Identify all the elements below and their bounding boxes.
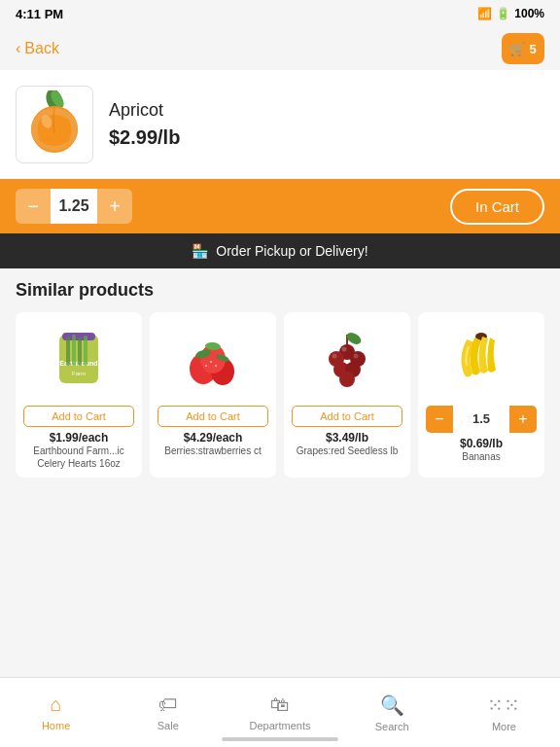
increment-button[interactable]: + <box>97 189 132 224</box>
product-name: Apricot <box>109 100 544 121</box>
product-info: Apricot $2.99/lb <box>109 100 544 149</box>
celery-image: Earthbound Farm <box>45 325 113 393</box>
svg-point-29 <box>342 347 347 352</box>
departments-icon: 🛍 <box>270 694 290 716</box>
delivery-icon: 🏪 <box>192 243 208 259</box>
more-icon: ⁙⁙ <box>487 694 520 717</box>
item-name-4: Bananas <box>462 450 500 463</box>
svg-rect-11 <box>78 337 82 366</box>
sale-icon: 🏷 <box>158 694 178 716</box>
delivery-banner: 🏪 Order Pickup or Delivery! <box>0 233 560 268</box>
cart-icon: 🛒 <box>509 42 525 56</box>
add-to-cart-button-3[interactable]: Add to Cart <box>292 406 402 427</box>
product-thumb-4 <box>442 320 520 398</box>
nav-bar: ‹ Back 🛒 5 <box>0 27 560 70</box>
item-name-1: Earthbound Farm...ic Celery Hearts 16oz <box>23 445 134 470</box>
status-right: 📶 🔋 100% <box>477 7 544 20</box>
status-time: 4:11 PM <box>16 7 63 21</box>
product-thumb-2 <box>174 320 252 398</box>
back-button[interactable]: ‹ Back <box>16 40 59 57</box>
product-price: $2.99/lb <box>109 126 544 149</box>
svg-point-16 <box>205 365 207 367</box>
tab-search[interactable]: 🔍 Search <box>336 678 448 747</box>
cart-button[interactable]: 🛒 5 <box>502 33 544 64</box>
back-label: Back <box>24 40 59 57</box>
product-thumb-3 <box>308 320 386 398</box>
svg-point-31 <box>354 354 359 359</box>
item-name-2: Berries:strawberries ct <box>164 445 261 457</box>
svg-point-30 <box>332 354 337 359</box>
wifi-icon: 📶 <box>477 7 492 20</box>
cart-count: 5 <box>529 42 536 56</box>
in-cart-button[interactable]: In Cart <box>450 189 544 225</box>
qty-controls: − 1.25 + <box>16 189 132 224</box>
quantity-bar: − 1.25 + In Cart <box>0 179 560 233</box>
item-price-4: $0.69/lb <box>460 437 503 450</box>
item-price-1: $1.99/each <box>50 431 109 445</box>
list-item: Add to Cart $4.29/each Berries:strawberr… <box>150 312 276 478</box>
tab-more[interactable]: ⁙⁙ More <box>448 678 560 747</box>
grapes-image <box>313 325 381 393</box>
decrement-button[interactable]: − <box>16 189 51 224</box>
add-to-cart-button-2[interactable]: Add to Cart <box>158 406 268 427</box>
quantity-display: 1.25 <box>51 189 97 224</box>
item-name-3: Grapes:red Seedless lb <box>297 445 399 457</box>
tab-search-label: Search <box>375 721 409 732</box>
status-bar: 4:11 PM 📶 🔋 100% <box>0 0 560 27</box>
apricot-image <box>20 90 88 159</box>
product-thumb-1: Earthbound Farm <box>40 320 118 398</box>
svg-rect-10 <box>72 335 76 366</box>
svg-rect-9 <box>66 337 70 366</box>
mini-qty-val-4: 1.5 <box>453 406 509 433</box>
delivery-text: Order Pickup or Delivery! <box>216 243 368 259</box>
svg-point-28 <box>339 372 355 387</box>
mini-increment-4[interactable]: + <box>509 406 537 433</box>
product-image <box>16 86 93 163</box>
tab-more-label: More <box>492 721 516 732</box>
tab-departments-label: Departments <box>250 720 311 731</box>
tab-home[interactable]: ⌂ Home <box>0 678 112 747</box>
svg-rect-12 <box>84 336 88 366</box>
tab-sale[interactable]: 🏷 Sale <box>112 678 224 747</box>
similar-title: Similar products <box>16 280 544 301</box>
similar-section: Similar products Earthbound Farm Add to <box>0 268 560 478</box>
tab-sale-label: Sale <box>158 720 179 731</box>
item-price-3: $3.49/lb <box>326 431 368 445</box>
list-item: Earthbound Farm Add to Cart $1.99/each E… <box>16 312 142 478</box>
search-icon: 🔍 <box>380 694 404 717</box>
products-grid: Earthbound Farm Add to Cart $1.99/each E… <box>16 312 544 478</box>
list-item: Add to Cart $3.49/lb Grapes:red Seedless… <box>284 312 410 478</box>
back-chevron-icon: ‹ <box>16 40 20 57</box>
mini-qty-controls-4: − 1.5 + <box>426 406 537 433</box>
svg-text:Farm: Farm <box>72 371 86 376</box>
strawberries-image <box>179 325 247 393</box>
product-card: Apricot $2.99/lb <box>0 70 560 179</box>
list-item: − 1.5 + $0.69/lb Bananas <box>418 312 544 478</box>
home-indicator <box>222 737 338 741</box>
add-to-cart-button-1[interactable]: Add to Cart <box>23 406 134 427</box>
battery-icon: 🔋 <box>496 7 510 20</box>
mini-decrement-4[interactable]: − <box>426 406 453 433</box>
battery-label: 100% <box>514 7 544 20</box>
svg-point-17 <box>210 361 212 363</box>
svg-point-18 <box>215 365 217 367</box>
bananas-image <box>447 325 515 393</box>
item-price-2: $4.29/each <box>184 431 243 445</box>
tab-home-label: Home <box>42 720 70 731</box>
home-icon: ⌂ <box>51 694 62 716</box>
